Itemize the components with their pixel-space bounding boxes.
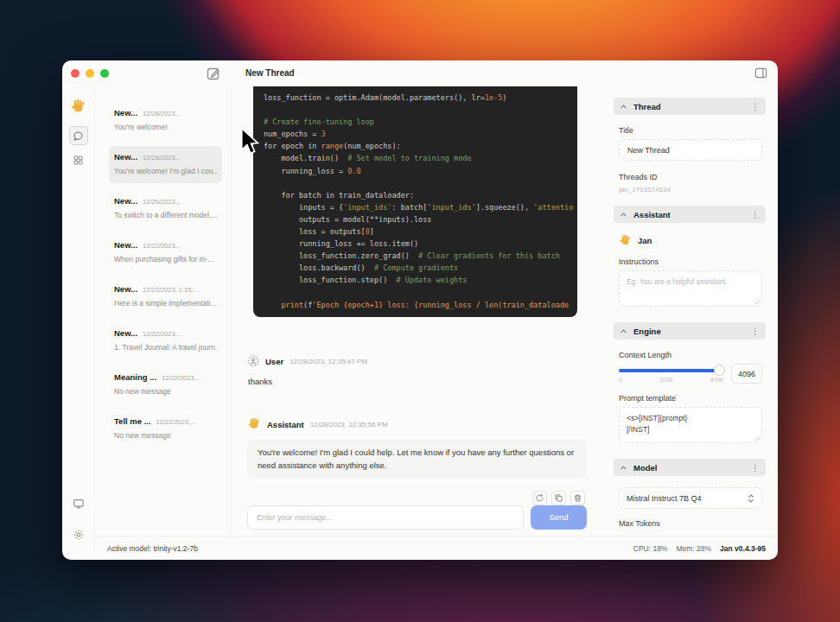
close-window-button[interactable] — [71, 69, 80, 78]
code-line: loss_function.step() # Update weights — [264, 274, 567, 286]
assistant-message-text: You're welcome! I'm glad I could help. L… — [258, 447, 576, 472]
right-panel: Thread ⋮ Title Threads ID jan_1703574534… — [611, 86, 772, 536]
thread-section-header[interactable]: Thread ⋮ — [614, 98, 766, 115]
section-title: Model — [633, 463, 657, 473]
assistant-name: Jan — [638, 236, 652, 245]
model-section-header[interactable]: Model ⋮ — [614, 459, 766, 476]
thread-item-title: New... — [114, 240, 137, 250]
thread-item-date: 12/22/2023,... — [156, 418, 196, 426]
slider-thumb[interactable] — [714, 365, 725, 376]
section-title: Thread — [633, 102, 661, 111]
kebab-menu-icon[interactable]: ⋮ — [751, 210, 760, 219]
thread-item-date: 12/28/2023... — [143, 110, 181, 117]
new-thread-icon[interactable] — [206, 66, 221, 81]
prompt-template-textarea[interactable]: <s>[INST]{prompt} [/INST] — [619, 407, 762, 443]
model-select[interactable]: Mistral Instruct 7B Q4 — [619, 487, 762, 509]
mem-usage: Mem: 28% — [676, 544, 711, 553]
app-window: New Thread — [62, 60, 778, 560]
code-line: inputs = {'input_ids': batch['input_ids'… — [264, 201, 567, 213]
message-input[interactable] — [247, 505, 524, 530]
thread-item-title: New... — [114, 196, 137, 206]
left-rail — [62, 86, 95, 560]
thread-list-item[interactable]: Meaning ...12/22/2023,...No new message — [109, 366, 222, 403]
instructions-label: Instructions — [619, 257, 762, 266]
tick-label: 0 — [619, 377, 622, 383]
settings-gear-icon[interactable] — [69, 525, 88, 544]
thread-item-preview: You're welcome! I'm glad I cou... — [114, 167, 217, 175]
context-length-slider[interactable] — [619, 369, 723, 372]
code-line — [264, 177, 567, 189]
code-line — [264, 104, 567, 116]
wave-hand-icon — [619, 234, 632, 247]
section-title: Assistant — [633, 210, 671, 219]
assistant-message-header: Assistant 12/28/2023, 12:35:56 PM — [247, 417, 587, 431]
assistant-section-header[interactable]: Assistant ⋮ — [614, 206, 766, 223]
engine-section-header[interactable]: Engine ⋮ — [614, 322, 766, 340]
thread-item-title: Tell me ... — [114, 416, 151, 426]
nav-hub-tab[interactable] — [69, 150, 88, 169]
code-line: for batch in train_dataloader: — [264, 189, 567, 201]
message-timestamp: 12/28/2023, 12:35:47 PM — [290, 358, 367, 365]
thread-list-item[interactable]: New...12/28/2023...You're welcome! I'm g… — [109, 146, 222, 183]
thread-item-date: 12/26/2023... — [143, 198, 181, 206]
thread-list-item[interactable]: New...12/28/2023...You're welcome! — [109, 102, 222, 139]
code-line: loss.backward() # Compute gradients — [264, 262, 567, 274]
user-avatar-icon — [247, 355, 259, 367]
code-line: num_epochs = 3 — [264, 128, 567, 140]
nav-chat-tab[interactable] — [69, 126, 88, 145]
model-selected-value: Mistral Instruct 7B Q4 — [627, 494, 702, 503]
kebab-menu-icon[interactable]: ⋮ — [751, 463, 760, 473]
thread-list: New...12/28/2023...You're welcome!New...… — [95, 86, 232, 536]
thread-item-preview: You're welcome! — [114, 123, 217, 131]
context-length-label: Context Length — [619, 351, 762, 359]
app-version: Jan v0.4.3-95 — [720, 544, 766, 553]
thread-list-item[interactable]: Tell me ...12/22/2023,...No new message — [109, 410, 222, 447]
thread-item-preview: When purchasing gifts for in-... — [114, 255, 217, 263]
threads-id-value: jan_1703574534 — [619, 186, 762, 194]
code-line — [264, 287, 567, 299]
thread-item-preview: To switch to a different model,... — [114, 211, 217, 219]
thread-item-preview: No new message — [114, 431, 217, 440]
thread-list-item[interactable]: New...12/22/2023, 1:15:...Here is a simp… — [109, 278, 222, 315]
zoom-window-button[interactable] — [100, 69, 109, 78]
chevron-up-icon — [620, 103, 627, 111]
minimize-window-button[interactable] — [86, 69, 94, 78]
code-line: for epoch in range(num_epochs): — [264, 140, 567, 152]
thread-list-item[interactable]: New...12/22/2023,...1. Travel Journal: A… — [109, 322, 222, 359]
thread-title-input[interactable] — [619, 139, 762, 161]
toggle-right-panel-icon[interactable] — [754, 67, 767, 79]
regenerate-icon[interactable] — [532, 491, 547, 505]
kebab-menu-icon[interactable]: ⋮ — [751, 327, 760, 336]
delete-trash-icon[interactable] — [570, 491, 585, 505]
message-role: User — [265, 357, 283, 366]
code-line: model.train() # Set model to training mo… — [264, 152, 567, 164]
thread-item-title: New... — [114, 328, 137, 338]
code-line: running_loss = 0.0 — [264, 165, 567, 177]
max-tokens-label: Max Tokens — [619, 519, 762, 528]
chat-input-row: Send — [247, 505, 587, 530]
copy-icon[interactable] — [551, 491, 566, 505]
context-length-value[interactable]: 4096 — [731, 364, 762, 384]
code-line: print(f'Epoch {epoch+1} loss: {running_l… — [264, 299, 567, 311]
thread-item-preview: No new message — [114, 387, 217, 396]
select-stepper-icon — [748, 493, 754, 504]
code-line: # Create fine-tuning loop — [264, 116, 567, 128]
thread-list-item[interactable]: New...12/22/2023...When purchasing gifts… — [109, 234, 222, 271]
thread-item-preview: 1. Travel Journal: A travel journ... — [114, 343, 217, 352]
instructions-textarea[interactable] — [619, 270, 762, 307]
section-title: Engine — [633, 327, 661, 336]
threads-id-label: Threads ID — [619, 173, 762, 181]
code-line: running_loss += loss.item() — [264, 238, 567, 250]
message-timestamp: 12/28/2023, 12:35:56 PM — [310, 421, 388, 428]
thread-item-title: New... — [114, 152, 137, 162]
assistant-wave-avatar-icon — [247, 417, 261, 431]
system-monitor-icon[interactable] — [69, 494, 88, 513]
code-line: loss = outputs[0] — [264, 225, 567, 238]
thread-item-preview: Here is a simple implementati... — [114, 299, 217, 308]
send-button[interactable]: Send — [531, 505, 587, 530]
thread-item-date: 12/22/2023... — [143, 242, 181, 250]
thread-item-date: 12/22/2023,... — [162, 374, 201, 382]
thread-list-item[interactable]: New...12/26/2023...To switch to a differ… — [109, 190, 222, 227]
kebab-menu-icon[interactable]: ⋮ — [751, 102, 760, 111]
thread-item-date: 12/22/2023,... — [143, 330, 182, 338]
